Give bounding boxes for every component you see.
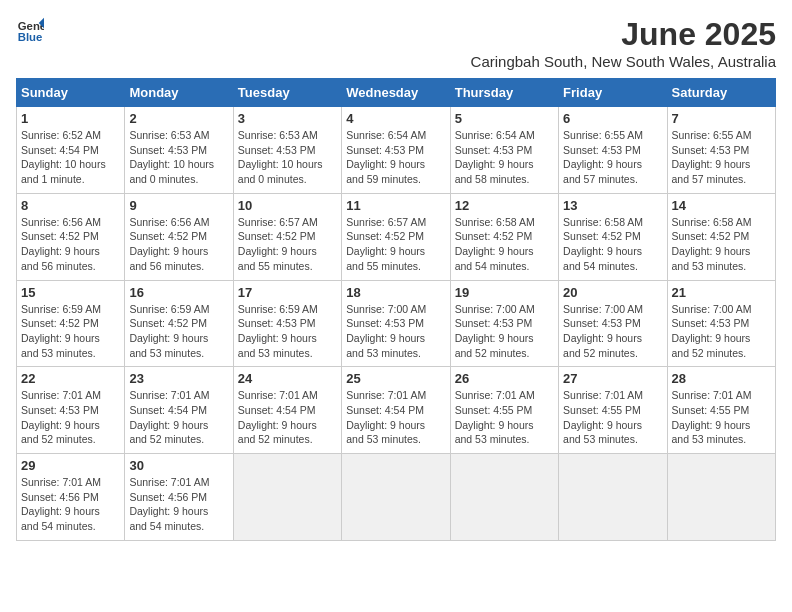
table-row: 4Sunrise: 6:54 AMSunset: 4:53 PMDaylight… [342, 107, 450, 194]
title-area: June 2025 Caringbah South, New South Wal… [471, 16, 776, 70]
table-row: 5Sunrise: 6:54 AMSunset: 4:53 PMDaylight… [450, 107, 558, 194]
day-info: Sunrise: 6:56 AMSunset: 4:52 PMDaylight:… [129, 215, 228, 274]
day-number: 10 [238, 198, 337, 213]
day-info: Sunrise: 6:58 AMSunset: 4:52 PMDaylight:… [563, 215, 662, 274]
day-number: 15 [21, 285, 120, 300]
table-row: 23Sunrise: 7:01 AMSunset: 4:54 PMDayligh… [125, 367, 233, 454]
calendar-week-row: 1Sunrise: 6:52 AMSunset: 4:54 PMDaylight… [17, 107, 776, 194]
day-number: 13 [563, 198, 662, 213]
table-row [342, 454, 450, 541]
day-number: 11 [346, 198, 445, 213]
day-info: Sunrise: 6:57 AMSunset: 4:52 PMDaylight:… [238, 215, 337, 274]
day-info: Sunrise: 6:58 AMSunset: 4:52 PMDaylight:… [672, 215, 771, 274]
calendar-week-row: 8Sunrise: 6:56 AMSunset: 4:52 PMDaylight… [17, 193, 776, 280]
table-row: 30Sunrise: 7:01 AMSunset: 4:56 PMDayligh… [125, 454, 233, 541]
svg-text:Blue: Blue [18, 31, 43, 43]
day-number: 27 [563, 371, 662, 386]
table-row: 28Sunrise: 7:01 AMSunset: 4:55 PMDayligh… [667, 367, 775, 454]
day-info: Sunrise: 7:01 AMSunset: 4:56 PMDaylight:… [21, 475, 120, 534]
day-info: Sunrise: 7:01 AMSunset: 4:56 PMDaylight:… [129, 475, 228, 534]
day-number: 12 [455, 198, 554, 213]
table-row: 29Sunrise: 7:01 AMSunset: 4:56 PMDayligh… [17, 454, 125, 541]
day-info: Sunrise: 7:00 AMSunset: 4:53 PMDaylight:… [455, 302, 554, 361]
day-info: Sunrise: 6:53 AMSunset: 4:53 PMDaylight:… [129, 128, 228, 187]
day-info: Sunrise: 6:54 AMSunset: 4:53 PMDaylight:… [455, 128, 554, 187]
day-info: Sunrise: 6:59 AMSunset: 4:52 PMDaylight:… [21, 302, 120, 361]
col-friday: Friday [559, 79, 667, 107]
day-number: 9 [129, 198, 228, 213]
day-number: 22 [21, 371, 120, 386]
day-number: 2 [129, 111, 228, 126]
table-row: 3Sunrise: 6:53 AMSunset: 4:53 PMDaylight… [233, 107, 341, 194]
day-info: Sunrise: 6:58 AMSunset: 4:52 PMDaylight:… [455, 215, 554, 274]
table-row: 16Sunrise: 6:59 AMSunset: 4:52 PMDayligh… [125, 280, 233, 367]
day-number: 6 [563, 111, 662, 126]
day-number: 16 [129, 285, 228, 300]
table-row: 15Sunrise: 6:59 AMSunset: 4:52 PMDayligh… [17, 280, 125, 367]
day-info: Sunrise: 6:54 AMSunset: 4:53 PMDaylight:… [346, 128, 445, 187]
table-row: 6Sunrise: 6:55 AMSunset: 4:53 PMDaylight… [559, 107, 667, 194]
table-row: 13Sunrise: 6:58 AMSunset: 4:52 PMDayligh… [559, 193, 667, 280]
day-info: Sunrise: 7:01 AMSunset: 4:54 PMDaylight:… [238, 388, 337, 447]
logo: General Blue [16, 16, 44, 44]
table-row: 2Sunrise: 6:53 AMSunset: 4:53 PMDaylight… [125, 107, 233, 194]
day-info: Sunrise: 6:55 AMSunset: 4:53 PMDaylight:… [672, 128, 771, 187]
table-row [559, 454, 667, 541]
calendar-table: Sunday Monday Tuesday Wednesday Thursday… [16, 78, 776, 541]
table-row: 27Sunrise: 7:01 AMSunset: 4:55 PMDayligh… [559, 367, 667, 454]
day-number: 7 [672, 111, 771, 126]
day-info: Sunrise: 7:01 AMSunset: 4:54 PMDaylight:… [129, 388, 228, 447]
day-number: 18 [346, 285, 445, 300]
day-number: 20 [563, 285, 662, 300]
table-row: 18Sunrise: 7:00 AMSunset: 4:53 PMDayligh… [342, 280, 450, 367]
table-row: 12Sunrise: 6:58 AMSunset: 4:52 PMDayligh… [450, 193, 558, 280]
day-info: Sunrise: 7:01 AMSunset: 4:54 PMDaylight:… [346, 388, 445, 447]
col-saturday: Saturday [667, 79, 775, 107]
day-info: Sunrise: 6:55 AMSunset: 4:53 PMDaylight:… [563, 128, 662, 187]
day-number: 28 [672, 371, 771, 386]
day-info: Sunrise: 6:59 AMSunset: 4:52 PMDaylight:… [129, 302, 228, 361]
day-number: 19 [455, 285, 554, 300]
day-number: 26 [455, 371, 554, 386]
table-row: 20Sunrise: 7:00 AMSunset: 4:53 PMDayligh… [559, 280, 667, 367]
day-number: 29 [21, 458, 120, 473]
day-number: 1 [21, 111, 120, 126]
day-number: 14 [672, 198, 771, 213]
table-row: 8Sunrise: 6:56 AMSunset: 4:52 PMDaylight… [17, 193, 125, 280]
month-title: June 2025 [471, 16, 776, 53]
day-info: Sunrise: 6:52 AMSunset: 4:54 PMDaylight:… [21, 128, 120, 187]
calendar-week-row: 22Sunrise: 7:01 AMSunset: 4:53 PMDayligh… [17, 367, 776, 454]
day-info: Sunrise: 7:01 AMSunset: 4:55 PMDaylight:… [672, 388, 771, 447]
col-tuesday: Tuesday [233, 79, 341, 107]
table-row: 14Sunrise: 6:58 AMSunset: 4:52 PMDayligh… [667, 193, 775, 280]
table-row: 19Sunrise: 7:00 AMSunset: 4:53 PMDayligh… [450, 280, 558, 367]
col-wednesday: Wednesday [342, 79, 450, 107]
col-sunday: Sunday [17, 79, 125, 107]
day-number: 21 [672, 285, 771, 300]
day-info: Sunrise: 7:01 AMSunset: 4:53 PMDaylight:… [21, 388, 120, 447]
location-title: Caringbah South, New South Wales, Austra… [471, 53, 776, 70]
day-info: Sunrise: 7:01 AMSunset: 4:55 PMDaylight:… [563, 388, 662, 447]
table-row: 21Sunrise: 7:00 AMSunset: 4:53 PMDayligh… [667, 280, 775, 367]
calendar-week-row: 29Sunrise: 7:01 AMSunset: 4:56 PMDayligh… [17, 454, 776, 541]
table-row: 26Sunrise: 7:01 AMSunset: 4:55 PMDayligh… [450, 367, 558, 454]
table-row: 17Sunrise: 6:59 AMSunset: 4:53 PMDayligh… [233, 280, 341, 367]
col-monday: Monday [125, 79, 233, 107]
day-info: Sunrise: 6:59 AMSunset: 4:53 PMDaylight:… [238, 302, 337, 361]
day-info: Sunrise: 6:56 AMSunset: 4:52 PMDaylight:… [21, 215, 120, 274]
table-row: 7Sunrise: 6:55 AMSunset: 4:53 PMDaylight… [667, 107, 775, 194]
day-number: 5 [455, 111, 554, 126]
day-number: 8 [21, 198, 120, 213]
day-number: 25 [346, 371, 445, 386]
header-row: Sunday Monday Tuesday Wednesday Thursday… [17, 79, 776, 107]
table-row [233, 454, 341, 541]
table-row [667, 454, 775, 541]
table-row: 9Sunrise: 6:56 AMSunset: 4:52 PMDaylight… [125, 193, 233, 280]
table-row: 11Sunrise: 6:57 AMSunset: 4:52 PMDayligh… [342, 193, 450, 280]
day-info: Sunrise: 7:00 AMSunset: 4:53 PMDaylight:… [672, 302, 771, 361]
day-info: Sunrise: 6:57 AMSunset: 4:52 PMDaylight:… [346, 215, 445, 274]
day-number: 30 [129, 458, 228, 473]
day-info: Sunrise: 6:53 AMSunset: 4:53 PMDaylight:… [238, 128, 337, 187]
table-row: 10Sunrise: 6:57 AMSunset: 4:52 PMDayligh… [233, 193, 341, 280]
col-thursday: Thursday [450, 79, 558, 107]
